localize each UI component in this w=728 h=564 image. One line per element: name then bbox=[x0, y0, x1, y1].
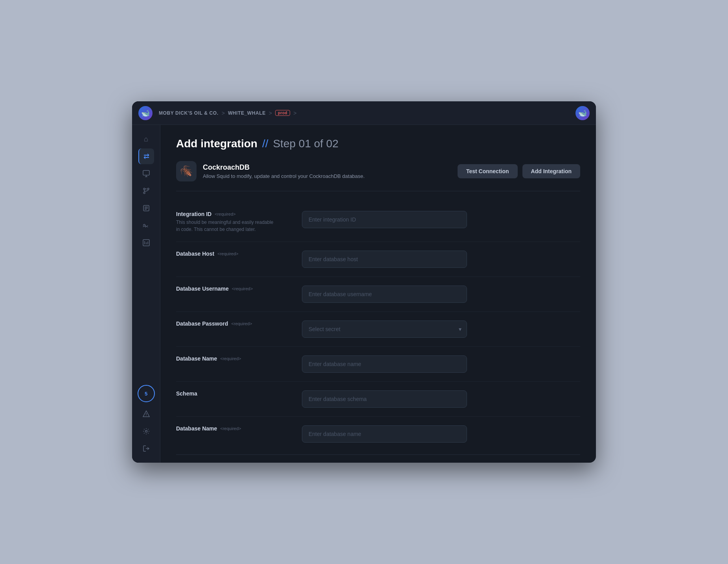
form-label-database-password: Database Password <required> bbox=[176, 320, 302, 327]
form-input-col-integration-id bbox=[302, 211, 580, 228]
database-name-1-input[interactable] bbox=[302, 355, 467, 373]
sidebar-item-integrations[interactable]: ⇄ bbox=[138, 148, 154, 164]
page-title-separator: // bbox=[262, 137, 268, 150]
user-avatar[interactable]: 🐋 bbox=[575, 106, 590, 120]
integration-description: Allow Squid to modify, update and contro… bbox=[203, 173, 451, 179]
form-row-schema: Schema bbox=[176, 382, 580, 417]
sidebar-badge-count: 5 bbox=[140, 387, 153, 400]
sidebar-badge-ring: 5 bbox=[138, 385, 155, 402]
breadcrumb-sep-2: > bbox=[269, 110, 272, 116]
form-input-col-database-name-1 bbox=[302, 355, 580, 373]
sidebar-item-tasks[interactable] bbox=[138, 200, 154, 216]
app-logo: 🐋 bbox=[138, 106, 153, 120]
sidebar-item-waves[interactable] bbox=[138, 218, 154, 233]
form-label-col-database-password: Database Password <required> bbox=[176, 320, 302, 328]
form-label-schema: Schema bbox=[176, 390, 302, 397]
integration-card: 🪳 CockroachDB Allow Squid to modify, upd… bbox=[176, 161, 580, 191]
form-label-col-database-host: Database Host <required> bbox=[176, 251, 302, 258]
form-label-database-host: Database Host <required> bbox=[176, 251, 302, 257]
integration-icon: 🪳 bbox=[176, 161, 197, 181]
page-title-text: Add integration bbox=[176, 137, 257, 150]
svg-rect-0 bbox=[143, 170, 149, 175]
form-row-database-host: Database Host <required> bbox=[176, 242, 580, 277]
topbar: 🐋 MOBY DICK'S OIL & CO. > WHITE_WHALE > … bbox=[132, 101, 596, 125]
page-title: Add integration // Step 01 of 02 bbox=[176, 137, 580, 150]
breadcrumb-org: MOBY DICK'S OIL & CO. bbox=[159, 110, 219, 116]
database-password-select[interactable]: Select secret bbox=[302, 320, 467, 338]
integration-id-input[interactable] bbox=[302, 211, 467, 228]
sidebar-item-settings[interactable] bbox=[138, 423, 154, 439]
integration-form: Integration ID <required> This should be… bbox=[176, 202, 580, 451]
sidebar-item-logout[interactable] bbox=[138, 441, 154, 456]
form-label-col-database-name-2: Database Name <required> bbox=[176, 425, 302, 433]
form-input-col-schema bbox=[302, 390, 580, 408]
database-username-input[interactable] bbox=[302, 286, 467, 303]
breadcrumb-sep-3: > bbox=[293, 110, 296, 116]
required-tag-database-password: <required> bbox=[231, 321, 252, 326]
form-row-database-username: Database Username <required> bbox=[176, 277, 580, 312]
form-row-database-name-1: Database Name <required> bbox=[176, 347, 580, 382]
form-row-database-password: Database Password <required> Select secr… bbox=[176, 312, 580, 347]
schema-input[interactable] bbox=[302, 390, 467, 408]
form-label-integration-id: Integration ID <required> bbox=[176, 211, 302, 217]
breadcrumb-sep-1: > bbox=[222, 110, 225, 116]
svg-point-16 bbox=[145, 430, 147, 432]
breadcrumb-env-badge: prod bbox=[275, 110, 290, 116]
sidebar: ⌂ ⇄ bbox=[132, 125, 160, 463]
form-input-col-database-password: Select secret ▾ bbox=[302, 320, 580, 338]
form-label-database-name-2: Database Name <required> bbox=[176, 425, 302, 432]
form-row-database-name-2: Database Name <required> bbox=[176, 417, 580, 451]
page-content: Add integration // Step 01 of 02 🪳 Cockr… bbox=[160, 125, 596, 463]
add-integration-button[interactable]: Add Integration bbox=[522, 164, 580, 178]
form-input-col-database-host bbox=[302, 251, 580, 268]
ssl-section: Enable SSL configuration Some cloud prov… bbox=[176, 454, 580, 463]
form-label-col-integration-id: Integration ID <required> This should be… bbox=[176, 211, 302, 233]
svg-point-4 bbox=[147, 188, 149, 190]
select-wrapper-password: Select secret ▾ bbox=[302, 320, 467, 338]
integration-actions: Test Connection Add Integration bbox=[458, 164, 580, 178]
form-label-col-schema: Schema bbox=[176, 390, 302, 398]
sidebar-item-reports[interactable] bbox=[138, 235, 154, 251]
required-tag-integration-id: <required> bbox=[215, 212, 235, 216]
form-input-col-database-name-2 bbox=[302, 425, 580, 443]
svg-point-3 bbox=[143, 188, 145, 190]
form-input-col-database-username bbox=[302, 286, 580, 303]
form-row-integration-id: Integration ID <required> This should be… bbox=[176, 202, 580, 242]
sidebar-item-monitor[interactable] bbox=[138, 166, 154, 181]
logo-icon: 🐋 bbox=[141, 109, 150, 117]
breadcrumb: MOBY DICK'S OIL & CO. > WHITE_WHALE > pr… bbox=[159, 110, 575, 116]
main-layout: ⌂ ⇄ bbox=[132, 125, 596, 463]
required-tag-database-name-1: <required> bbox=[220, 356, 241, 361]
page-step: Step 01 of 02 bbox=[273, 137, 338, 150]
required-tag-database-name-2: <required> bbox=[220, 426, 241, 431]
integration-name: CockroachDB bbox=[203, 163, 451, 172]
integration-icon-symbol: 🪳 bbox=[180, 165, 193, 178]
form-label-col-database-username: Database Username <required> bbox=[176, 286, 302, 293]
breadcrumb-project: WHITE_WHALE bbox=[228, 110, 266, 116]
form-label-database-username: Database Username <required> bbox=[176, 286, 302, 292]
svg-point-5 bbox=[143, 192, 145, 194]
sidebar-item-home[interactable]: ⌂ bbox=[138, 131, 154, 147]
required-tag-database-host: <required> bbox=[217, 251, 238, 256]
sidebar-item-alerts[interactable] bbox=[138, 406, 154, 422]
form-label-col-database-name-1: Database Name <required> bbox=[176, 355, 302, 363]
database-host-input[interactable] bbox=[302, 251, 467, 268]
integration-info: CockroachDB Allow Squid to modify, updat… bbox=[203, 163, 451, 179]
app-window: 🐋 MOBY DICK'S OIL & CO. > WHITE_WHALE > … bbox=[132, 101, 596, 463]
form-hint-integration-id: This should be meaningful and easily rea… bbox=[176, 219, 278, 233]
avatar-icon: 🐋 bbox=[578, 109, 587, 117]
form-label-database-name-1: Database Name <required> bbox=[176, 355, 302, 362]
database-name-2-input[interactable] bbox=[302, 425, 467, 443]
svg-point-15 bbox=[146, 415, 147, 416]
sidebar-item-branch[interactable] bbox=[138, 183, 154, 199]
test-connection-button[interactable]: Test Connection bbox=[458, 164, 518, 178]
required-tag-database-username: <required> bbox=[232, 286, 253, 291]
sidebar-badge-item[interactable]: 5 bbox=[138, 386, 154, 401]
